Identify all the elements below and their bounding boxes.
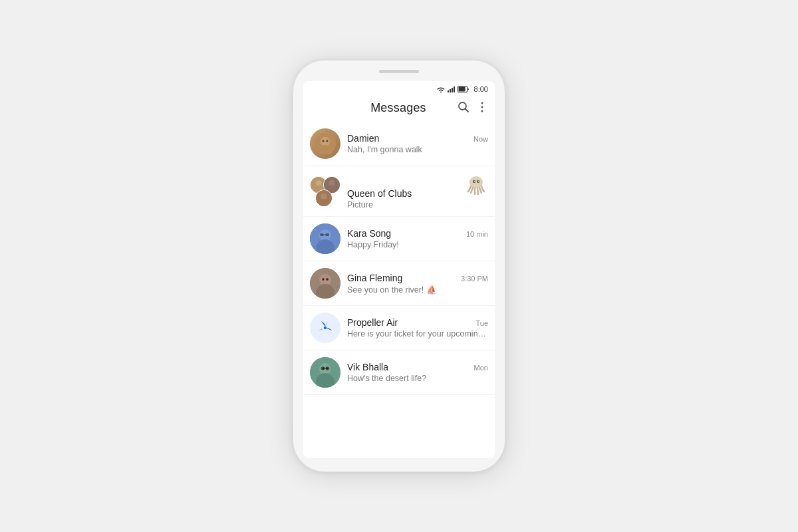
conv-header-queen-of-clubs: Queen of Clubs bbox=[347, 173, 488, 199]
conv-content-queen-of-clubs: Queen of Clubs bbox=[347, 173, 488, 209]
conv-content-kara-song: Kara Song 10 min Happy Friday! bbox=[347, 228, 488, 249]
svg-point-9 bbox=[481, 106, 483, 108]
conv-name-gina-fleming: Gina Fleming bbox=[347, 273, 402, 283]
svg-point-17 bbox=[315, 180, 321, 186]
svg-rect-3 bbox=[454, 86, 455, 92]
conversation-item-kara-song[interactable]: Kara Song 10 min Happy Friday! bbox=[303, 217, 495, 261]
conv-header-gina-fleming: Gina Fleming 3:30 PM bbox=[347, 273, 488, 283]
svg-point-26 bbox=[473, 180, 475, 183]
conversation-item-gina-fleming[interactable]: Gina Fleming 3:30 PM See you on the rive… bbox=[303, 261, 495, 306]
conv-name-damien: Damien bbox=[347, 133, 379, 144]
conv-preview-vik-bhalla: How's the desert life? bbox=[347, 374, 488, 383]
conv-header-damien: Damien Now bbox=[347, 133, 488, 144]
svg-point-8 bbox=[481, 102, 483, 104]
svg-point-15 bbox=[327, 140, 329, 142]
status-bar: 8:00 bbox=[303, 81, 495, 96]
conv-header-vik-bhalla: Vik Bhalla Mon bbox=[347, 362, 488, 372]
conv-time-damien: Now bbox=[473, 135, 488, 143]
conv-name-kara-song: Kara Song bbox=[347, 228, 391, 239]
svg-point-23 bbox=[321, 193, 327, 199]
svg-rect-1 bbox=[450, 89, 451, 92]
conversation-item-propeller-air[interactable]: Propeller Air Tue Here is your ticket fo… bbox=[303, 306, 495, 350]
svg-point-14 bbox=[323, 140, 325, 142]
svg-rect-34 bbox=[325, 233, 329, 236]
conv-content-propeller-air: Propeller Air Tue Here is your ticket fo… bbox=[347, 317, 488, 338]
avatar-damien bbox=[310, 128, 340, 159]
signal-icon bbox=[448, 86, 456, 92]
wifi-icon bbox=[436, 86, 446, 92]
avatar-queen-of-clubs bbox=[310, 176, 340, 207]
conv-name-queen-of-clubs: Queen of Clubs bbox=[347, 188, 412, 199]
conversation-item-queen-of-clubs[interactable]: Queen of Clubs bbox=[303, 166, 495, 217]
svg-point-41 bbox=[324, 327, 327, 330]
conv-time-vik-bhalla: Mon bbox=[474, 364, 488, 372]
svg-point-28 bbox=[474, 181, 475, 182]
battery-icon bbox=[458, 86, 469, 92]
conv-preview-kara-song: Happy Friday! bbox=[347, 240, 488, 249]
svg-point-40 bbox=[326, 278, 329, 281]
status-icons: 8:00 bbox=[436, 85, 488, 93]
more-options-icon[interactable] bbox=[476, 101, 488, 115]
svg-point-20 bbox=[329, 180, 334, 186]
svg-point-27 bbox=[477, 180, 479, 183]
svg-rect-33 bbox=[320, 233, 324, 236]
avatar-vik-bhalla bbox=[310, 357, 340, 388]
conv-name-vik-bhalla: Vik Bhalla bbox=[347, 362, 388, 372]
avatar-propeller-air bbox=[310, 313, 340, 343]
avatar-kara-song bbox=[310, 223, 340, 254]
conv-time-propeller-air: Tue bbox=[475, 319, 488, 327]
conv-content-damien: Damien Now Nah, I'm gonna walk bbox=[347, 133, 488, 154]
conversation-item-damien[interactable]: Damien Now Nah, I'm gonna walk bbox=[303, 122, 495, 166]
svg-rect-0 bbox=[448, 90, 449, 92]
conv-header-kara-song: Kara Song 10 min bbox=[347, 228, 488, 239]
conv-thumbnail-queen-of-clubs bbox=[464, 173, 488, 197]
status-time: 8:00 bbox=[474, 85, 488, 93]
phone-screen: 8:00 Messages bbox=[303, 81, 495, 458]
conversation-list: Damien Now Nah, I'm gonna walk bbox=[303, 122, 495, 458]
conv-preview-queen-of-clubs: Picture bbox=[347, 200, 488, 209]
svg-point-39 bbox=[322, 278, 325, 281]
phone-frame: 8:00 Messages bbox=[293, 60, 505, 472]
conv-preview-damien: Nah, I'm gonna walk bbox=[347, 145, 488, 154]
conv-name-propeller-air: Propeller Air bbox=[347, 317, 398, 328]
search-icon[interactable] bbox=[458, 101, 469, 115]
app-bar-icons bbox=[458, 101, 488, 115]
app-bar: Messages bbox=[303, 96, 495, 122]
svg-point-10 bbox=[481, 110, 483, 112]
svg-rect-2 bbox=[452, 88, 453, 92]
svg-line-7 bbox=[466, 109, 469, 112]
avatar-gina-fleming bbox=[310, 268, 340, 299]
svg-point-12 bbox=[321, 137, 330, 146]
conv-time-kara-song: 10 min bbox=[466, 230, 488, 238]
conv-header-propeller-air: Propeller Air Tue bbox=[347, 317, 488, 328]
conv-time-gina-fleming: 3:30 PM bbox=[461, 275, 488, 283]
conv-preview-gina-fleming: See you on the river! ⛵ bbox=[347, 285, 488, 295]
app-bar-title: Messages bbox=[339, 101, 458, 115]
conv-content-gina-fleming: Gina Fleming 3:30 PM See you on the rive… bbox=[347, 273, 488, 295]
phone-notch bbox=[379, 70, 419, 73]
svg-rect-5 bbox=[458, 87, 465, 92]
conv-preview-propeller-air: Here is your ticket for your upcoming... bbox=[347, 329, 488, 338]
svg-point-29 bbox=[478, 181, 479, 182]
conversation-item-vik-bhalla[interactable]: Vik Bhalla Mon How's the desert life? bbox=[303, 350, 495, 395]
conv-content-vik-bhalla: Vik Bhalla Mon How's the desert life? bbox=[347, 362, 488, 383]
